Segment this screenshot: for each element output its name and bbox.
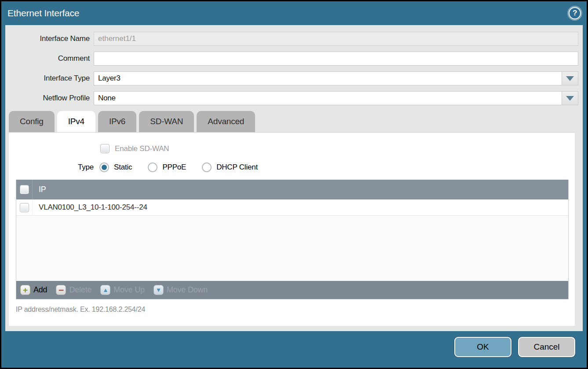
- comment-label: Comment: [5, 54, 90, 63]
- delete-button: − Delete: [56, 285, 91, 295]
- enable-sdwan-row: Enable SD-WAN: [100, 144, 575, 153]
- interface-name-label: Interface Name: [5, 34, 90, 43]
- dialog-title: Ethernet Interface: [7, 8, 79, 18]
- netflow-profile-value[interactable]: None: [94, 92, 562, 105]
- form-row-interface-type: Interface Type Layer3: [5, 71, 578, 85]
- dialog-frame: Ethernet Interface ? Interface Name Comm…: [1, 1, 587, 368]
- form-row-comment: Comment: [5, 52, 578, 66]
- delete-icon: −: [56, 285, 66, 295]
- netflow-profile-label: Netflow Profile: [5, 94, 90, 103]
- tab-bar: Config IPv4 IPv6 SD-WAN Advanced: [9, 111, 578, 132]
- add-button[interactable]: + Add: [20, 285, 47, 295]
- table-row[interactable]: VLAN0100_L3_10-1-100-254--24: [16, 199, 568, 216]
- form-row-interface-name: Interface Name: [5, 32, 578, 46]
- enable-sdwan-label: Enable SD-WAN: [115, 144, 169, 153]
- dialog-body: Interface Name Comment Interface Type La…: [5, 25, 583, 331]
- move-up-button: ▲ Move Up: [100, 285, 145, 295]
- netflow-profile-dropdown-button[interactable]: [562, 92, 578, 105]
- ethernet-interface-dialog: Ethernet Interface ? Interface Name Comm…: [0, 0, 588, 369]
- interface-name-input: [94, 32, 578, 45]
- radio-option-dhcp-client[interactable]: DHCP Client: [202, 162, 258, 172]
- ip-column-header: IP: [33, 180, 46, 199]
- dialog-footer: OK Cancel: [1, 331, 587, 368]
- ip-table: IP VLAN0100_L3_10-1-100-254--24 + Add: [16, 180, 569, 299]
- chevron-down-icon: [566, 76, 574, 81]
- help-icon[interactable]: ?: [569, 7, 581, 19]
- radio-selected-icon: [99, 162, 109, 172]
- radio-unselected-icon: [202, 162, 212, 172]
- interface-name-field: [94, 32, 578, 46]
- cancel-button[interactable]: Cancel: [518, 337, 575, 357]
- ip-cell-value: VLAN0100_L3_10-1-100-254--24: [33, 199, 147, 215]
- type-label: Type: [78, 163, 94, 172]
- move-down-button: ▼ Move Down: [153, 285, 208, 295]
- radio-option-dhcp-client-label: DHCP Client: [216, 163, 258, 172]
- ip-table-toolbar: + Add − Delete ▲ Move Up ▼: [16, 281, 568, 299]
- interface-type-dropdown[interactable]: Layer3: [94, 71, 578, 85]
- interface-type-label: Interface Type: [5, 74, 90, 83]
- table-empty-area: [16, 216, 568, 281]
- select-all-checkbox[interactable]: [20, 185, 29, 194]
- radio-option-pppoe-label: PPPoE: [162, 163, 186, 172]
- move-down-button-label: Move Down: [167, 285, 208, 295]
- tab-sdwan[interactable]: SD-WAN: [139, 111, 194, 132]
- select-all-cell: [16, 180, 33, 199]
- chevron-down-icon: [566, 96, 574, 101]
- move-down-icon: ▼: [153, 285, 164, 295]
- dialog-titlebar: Ethernet Interface ?: [1, 1, 587, 25]
- add-icon: +: [20, 285, 30, 295]
- ok-button[interactable]: OK: [454, 337, 511, 357]
- comment-field: [94, 52, 578, 66]
- add-button-label: Add: [33, 285, 47, 295]
- radio-option-static-label: Static: [114, 163, 132, 172]
- radio-unselected-icon: [148, 162, 157, 172]
- interface-type-value[interactable]: Layer3: [94, 72, 562, 85]
- tab-advanced[interactable]: Advanced: [197, 111, 255, 132]
- help-icon-glyph: ?: [573, 9, 577, 18]
- ip-format-hint: IP address/netmask. Ex. 192.168.2.254/24: [16, 306, 575, 314]
- tab-config[interactable]: Config: [9, 111, 55, 132]
- row-checkbox[interactable]: [20, 203, 29, 212]
- tab-ipv4[interactable]: IPv4: [57, 111, 95, 132]
- interface-type-dropdown-button[interactable]: [562, 72, 578, 85]
- delete-button-label: Delete: [69, 285, 91, 295]
- radio-option-pppoe[interactable]: PPPoE: [148, 162, 186, 172]
- move-up-button-label: Move Up: [113, 285, 145, 295]
- enable-sdwan-checkbox: [100, 144, 110, 153]
- row-checkbox-cell: [16, 199, 33, 215]
- radio-option-static[interactable]: Static: [99, 162, 132, 172]
- comment-input[interactable]: [94, 52, 578, 65]
- tab-ipv6[interactable]: IPv6: [98, 111, 136, 132]
- ip-table-header: IP: [16, 180, 568, 199]
- form-row-netflow-profile: Netflow Profile None: [5, 91, 578, 105]
- ipv4-tab-panel: Enable SD-WAN Type Static PPPoE DHCP Cli…: [9, 132, 575, 326]
- type-radio-group: Type Static PPPoE DHCP Client: [78, 162, 575, 172]
- move-up-icon: ▲: [100, 285, 110, 295]
- netflow-profile-dropdown[interactable]: None: [94, 91, 578, 105]
